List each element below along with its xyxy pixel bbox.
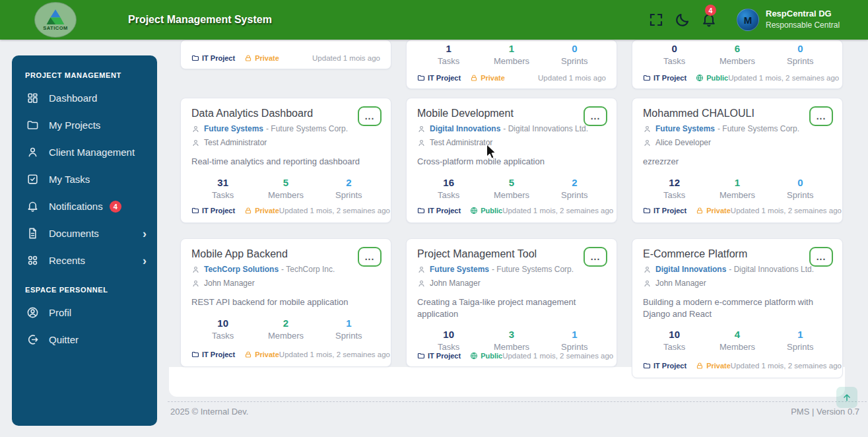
sidebar-nav: PROJECT MANAGEMENT DashboardMy ProjectsC… <box>12 55 157 426</box>
stat-tasks: 10Tasks <box>191 318 254 341</box>
card-menu-button[interactable]: ... <box>584 247 607 267</box>
company-logo[interactable]: SATICOM <box>34 2 77 38</box>
project-card-mobile-app-backend[interactable]: Mobile App Backend...TechCorp Solutions-… <box>180 238 391 367</box>
user-avatar[interactable]: M <box>737 9 759 31</box>
lock-icon <box>244 351 252 358</box>
sidebar-item-label: Documents <box>49 228 99 239</box>
card-menu-button[interactable]: ... <box>358 106 382 126</box>
card-menu-button[interactable]: ... <box>809 247 833 267</box>
project-stats: 1Tasks1Members0Sprints <box>417 43 606 66</box>
tasks-count: 10 <box>417 329 480 340</box>
project-description: Building a modern e-commerce platform wi… <box>643 296 832 319</box>
client-row: Digital Innovations- Digital Innovations… <box>417 124 606 133</box>
sidebar-item-my-tasks[interactable]: My Tasks <box>12 166 157 193</box>
dark-mode-moon-icon[interactable] <box>675 12 690 28</box>
client-link[interactable]: Future Systems <box>655 124 715 133</box>
sidebar-item-dashboard[interactable]: Dashboard <box>12 84 157 112</box>
visibility-badge[interactable]: Public <box>470 352 502 360</box>
project-type-badge[interactable]: IT Project <box>191 351 235 358</box>
project-card-data-analytics-dashboard[interactable]: Data Analytics Dashboard...Future System… <box>180 98 391 223</box>
sprints-count: 2 <box>317 177 380 188</box>
owner-name: John Manager <box>655 279 706 288</box>
visibility-badge[interactable]: Public <box>470 207 502 215</box>
project-type-badge[interactable]: IT Project <box>417 207 461 215</box>
visibility-badge[interactable]: Private <box>696 207 731 215</box>
project-type-badge[interactable]: IT Project <box>191 207 235 215</box>
sidebar-item-quitter[interactable]: Quitter <box>12 326 157 353</box>
members-count: 2 <box>254 318 317 329</box>
project-type-badge[interactable]: IT Project <box>191 54 235 62</box>
sidebar-item-label: Notifications <box>49 201 103 212</box>
arrow-up-icon <box>842 392 852 403</box>
project-description: REST API backend for mobile application <box>191 296 380 308</box>
project-card-partial[interactable]: 1Tasks1Members0SprintsIT ProjectPrivateU… <box>406 40 617 89</box>
members-label: Members <box>480 190 543 200</box>
visibility-label: Private <box>255 207 279 215</box>
updated-text: Updated 1 mois, 2 semaines ago <box>279 207 390 215</box>
visibility-badge[interactable]: Private <box>470 74 505 82</box>
project-stats: 10Tasks3Members1Sprints <box>417 329 606 352</box>
company-name: - Future Systems Corp. <box>718 124 799 133</box>
sidebar-nav-list-1: DashboardMy ProjectsClient ManagementMy … <box>12 84 157 274</box>
visibility-badge[interactable]: Private <box>244 54 279 62</box>
sidebar-item-label: My Tasks <box>49 174 90 185</box>
scroll-to-top-button[interactable] <box>836 387 857 408</box>
sprints-label: Sprints <box>543 342 606 352</box>
client-row: Future Systems- Future Systems Corp. <box>417 265 606 274</box>
owner-name: John Manager <box>430 279 481 288</box>
check-square-icon <box>26 173 39 185</box>
sprints-count: 2 <box>543 177 606 188</box>
project-type-badge[interactable]: IT Project <box>643 207 686 215</box>
stat-tasks: 16Tasks <box>417 177 480 200</box>
project-card-mobile-development[interactable]: Mobile Development...Digital Innovations… <box>406 98 617 223</box>
project-card-e-commerce-platform[interactable]: E-Commerce Platform...Digital Innovation… <box>632 238 843 378</box>
visibility-badge[interactable]: Public <box>696 74 728 82</box>
stat-sprints: 1Sprints <box>769 329 832 352</box>
company-name: - Future Systems Corp. <box>492 265 574 274</box>
card-menu-button[interactable]: ... <box>809 106 833 126</box>
project-card-project-management-tool[interactable]: Project Management Tool...Future Systems… <box>406 238 617 367</box>
stat-sprints: 2Sprints <box>543 177 606 200</box>
notification-count-badge: 4 <box>110 201 121 213</box>
sidebar-item-notifications[interactable]: Notifications4 <box>12 193 157 220</box>
project-card-mohammed-chalouli[interactable]: Mohammed CHALOULI...Future Systems- Futu… <box>632 98 843 223</box>
project-type-badge[interactable]: IT Project <box>643 74 686 82</box>
folder-icon <box>643 74 651 82</box>
sidebar-item-profil[interactable]: Profil <box>12 299 157 326</box>
client-row: Digital Innovations- Digital Innovations… <box>643 265 832 274</box>
sprints-label: Sprints <box>769 56 832 66</box>
fullscreen-icon[interactable] <box>648 12 664 28</box>
stat-members: 5Members <box>480 177 543 200</box>
client-link[interactable]: TechCorp Solutions <box>204 265 279 274</box>
lock-icon <box>470 74 478 82</box>
visibility-badge[interactable]: Private <box>244 351 279 358</box>
user-name[interactable]: RespCentral DG <box>766 9 832 18</box>
card-menu-button[interactable]: ... <box>358 247 382 267</box>
tasks-label: Tasks <box>417 190 480 200</box>
person-icon <box>191 265 200 274</box>
sidebar-item-client-management[interactable]: Client Management <box>12 139 157 166</box>
client-link[interactable]: Future Systems <box>430 265 489 274</box>
card-menu-button[interactable]: ... <box>584 106 607 126</box>
stat-members: 6Members <box>706 43 768 66</box>
visibility-label: Private <box>255 54 279 62</box>
project-type-badge[interactable]: IT Project <box>643 362 686 370</box>
card-footer: IT ProjectPublicUpdated 1 mois, 2 semain… <box>417 207 606 215</box>
owner-row: John Manager <box>417 279 606 288</box>
project-type-badge[interactable]: IT Project <box>417 74 461 82</box>
lock-icon <box>244 207 252 215</box>
client-link[interactable]: Digital Innovations <box>430 124 500 133</box>
sidebar-item-documents[interactable]: Documents› <box>12 220 157 247</box>
project-type-badge[interactable]: IT Project <box>417 352 461 360</box>
tasks-label: Tasks <box>643 56 706 66</box>
visibility-badge[interactable]: Private <box>696 362 731 370</box>
project-card-partial[interactable]: 0Tasks6Members0SprintsIT ProjectPublicUp… <box>632 40 843 89</box>
client-link[interactable]: Future Systems <box>204 124 263 133</box>
project-card-partial[interactable]: IT ProjectPrivateUpdated 1 mois ago <box>180 40 391 69</box>
sidebar-item-recents[interactable]: Recents› <box>12 247 157 274</box>
sidebar-item-my-projects[interactable]: My Projects <box>12 112 157 139</box>
stat-members: 4Members <box>706 329 768 352</box>
folder-icon <box>191 351 199 358</box>
client-link[interactable]: Digital Innovations <box>655 265 726 274</box>
visibility-badge[interactable]: Private <box>244 207 279 215</box>
